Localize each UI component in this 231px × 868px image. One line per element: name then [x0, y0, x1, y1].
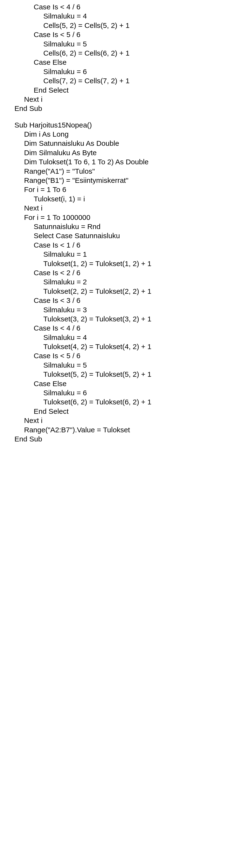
code-line: Silmaluku = 4	[15, 11, 231, 21]
code-line: Next i	[15, 416, 231, 425]
code-line: Cells(5, 2) = Cells(5, 2) + 1	[15, 21, 231, 30]
code-line: Tulokset(2, 2) = Tulokset(2, 2) + 1	[15, 287, 231, 296]
code-line: Tulokset(5, 2) = Tulokset(5, 2) + 1	[15, 370, 231, 379]
code-line: Dim Satunnaisluku As Double	[15, 139, 231, 148]
code-line: Tulokset(6, 2) = Tulokset(6, 2) + 1	[15, 397, 231, 407]
code-line: For i = 1 To 1000000	[15, 213, 231, 222]
code-line: Case Else	[15, 379, 231, 388]
code-line: Case Is < 5 / 6	[15, 351, 231, 361]
code-line: Cells(6, 2) = Cells(6, 2) + 1	[15, 49, 231, 58]
code-line: Case Is < 1 / 6	[15, 241, 231, 250]
code-line: Cells(7, 2) = Cells(7, 2) + 1	[15, 76, 231, 85]
code-line: Next i	[15, 204, 231, 213]
code-line: Dim i As Long	[15, 130, 231, 139]
code-line: End Sub	[15, 104, 231, 113]
code-line: Silmaluku = 5	[15, 39, 231, 49]
code-line: Tulokset(3, 2) = Tulokset(3, 2) + 1	[15, 314, 231, 323]
code-line: Tulokset(1, 2) = Tulokset(1, 2) + 1	[15, 259, 231, 268]
code-line: Silmaluku = 6	[15, 388, 231, 397]
code-line: Silmaluku = 4	[15, 333, 231, 342]
code-line: Satunnaisluku = Rnd	[15, 222, 231, 231]
code-line: End Select	[15, 407, 231, 416]
code-line: Silmaluku = 3	[15, 305, 231, 314]
spacer	[15, 113, 231, 121]
code-line: Case Is < 4 / 6	[15, 323, 231, 333]
code-line: Silmaluku = 2	[15, 277, 231, 286]
code-line: Case Is < 5 / 6	[15, 30, 231, 39]
code-line: Select Case Satunnaisluku	[15, 231, 231, 240]
code-line: Tulokset(i, 1) = i	[15, 194, 231, 204]
code-line: Silmaluku = 5	[15, 361, 231, 370]
code-line: For i = 1 To 6	[15, 185, 231, 194]
code-line: End Sub	[15, 434, 231, 444]
code-line: Silmaluku = 1	[15, 250, 231, 259]
code-line: Case Is < 3 / 6	[15, 296, 231, 305]
code-line: Dim Silmaluku As Byte	[15, 148, 231, 157]
code-line: Sub Harjoitus15Nopea()	[15, 121, 231, 130]
code-line: End Select	[15, 86, 231, 95]
code-line: Silmaluku = 6	[15, 67, 231, 76]
code-line: Dim Tulokset(1 To 6, 1 To 2) As Double	[15, 157, 231, 166]
code-line: Range("B1") = "Esiintymiskerrat"	[15, 176, 231, 185]
code-line: Range("A2:B7").Value = Tulokset	[15, 425, 231, 434]
code-line: Next i	[15, 95, 231, 104]
code-line: Case Is < 4 / 6	[15, 2, 231, 11]
code-line: Case Is < 2 / 6	[15, 268, 231, 277]
code-line: Range("A1") = "Tulos"	[15, 167, 231, 176]
code-line: Case Else	[15, 58, 231, 67]
code-line: Tulokset(4, 2) = Tulokset(4, 2) + 1	[15, 342, 231, 351]
